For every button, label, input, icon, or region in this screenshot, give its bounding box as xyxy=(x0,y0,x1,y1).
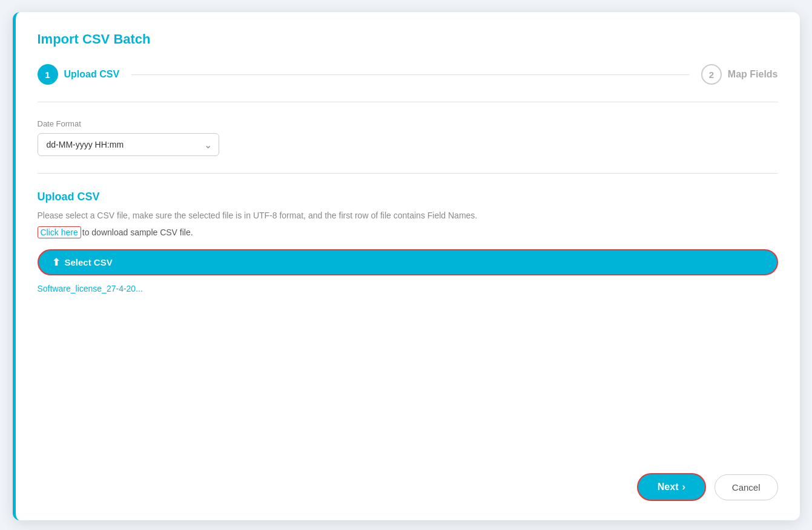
cancel-button[interactable]: Cancel xyxy=(715,474,778,500)
step-2-circle: 2 xyxy=(701,64,722,85)
file-name[interactable]: Software_license_27-4-20... xyxy=(38,284,778,293)
upload-section-title: Upload CSV xyxy=(38,191,778,203)
next-label: Next xyxy=(658,482,679,492)
next-button[interactable]: Next › xyxy=(637,473,706,501)
step-1: 1 Upload CSV xyxy=(38,64,120,85)
select-csv-label: Select CSV xyxy=(65,257,113,267)
date-format-label: Date Format xyxy=(38,119,778,128)
click-here-row: Click here to download sample CSV file. xyxy=(38,226,778,238)
date-format-wrapper: dd-MM-yyyy HH:mm MM-dd-yyyy HH:mm yyyy-M… xyxy=(38,133,219,156)
upload-description: Please select a CSV file, make sure the … xyxy=(38,211,778,220)
footer: Next › Cancel xyxy=(38,455,778,501)
step-2: 2 Map Fields xyxy=(701,64,778,85)
stepper: 1 Upload CSV 2 Map Fields xyxy=(38,64,778,85)
click-here-link[interactable]: Click here xyxy=(38,226,81,238)
step-1-label: Upload CSV xyxy=(64,69,120,80)
top-divider xyxy=(38,102,778,102)
click-here-suffix: to download sample CSV file. xyxy=(82,227,193,237)
step-1-circle: 1 xyxy=(38,64,58,85)
date-format-select[interactable]: dd-MM-yyyy HH:mm MM-dd-yyyy HH:mm yyyy-M… xyxy=(38,133,219,156)
section-divider xyxy=(38,173,778,174)
next-icon: › xyxy=(682,482,685,492)
step-line xyxy=(131,74,689,75)
modal-container: Import CSV Batch 1 Upload CSV 2 Map Fiel… xyxy=(13,12,800,520)
select-csv-button[interactable]: ⬆ Select CSV xyxy=(38,249,778,275)
step-2-label: Map Fields xyxy=(728,69,778,80)
modal-title: Import CSV Batch xyxy=(38,31,778,47)
upload-icon: ⬆ xyxy=(52,257,60,268)
